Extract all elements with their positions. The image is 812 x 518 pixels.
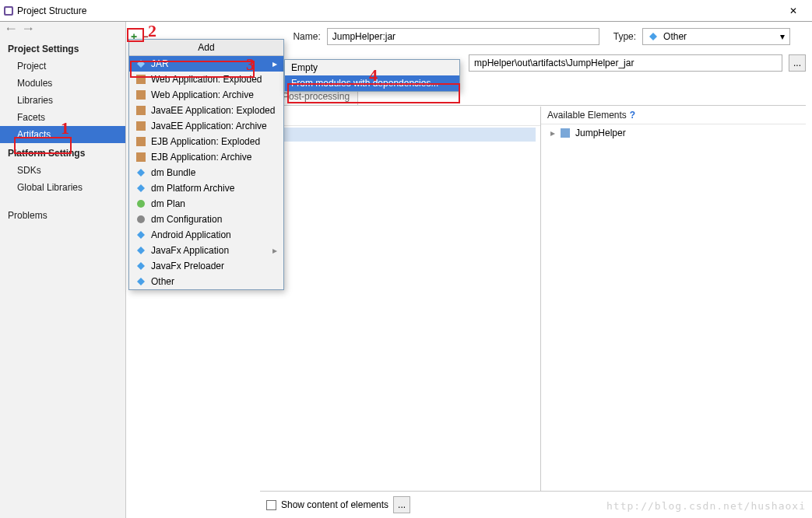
show-content-label: Show content of elements xyxy=(281,499,388,510)
add-popup-title: Add xyxy=(129,40,283,56)
popup-item-label: dm Configuration xyxy=(151,214,222,225)
svg-rect-10 xyxy=(561,128,570,138)
submenu-item-label: From modules with dependencies... xyxy=(291,78,438,89)
svg-marker-22 xyxy=(137,231,145,239)
popup-item-label: EJB Application: Archive xyxy=(151,152,251,163)
back-icon[interactable]: ⭠ xyxy=(6,24,16,35)
popup-item-ejb-archive[interactable]: EJB Application: Archive xyxy=(129,149,283,165)
section-platform-settings: Platform Settings xyxy=(0,143,125,162)
nav-arrows: ⭠ ⭢ xyxy=(0,23,125,39)
gear-icon xyxy=(135,214,146,225)
chevron-down-icon: ▾ xyxy=(780,31,785,42)
popup-item-android[interactable]: Android Application xyxy=(129,227,283,243)
submenu-item-label: Empty xyxy=(291,62,318,73)
diamond-icon xyxy=(135,261,146,271)
submenu-item-from-modules[interactable]: From modules with dependencies... xyxy=(285,75,459,91)
popup-item-dm-plan[interactable]: dm Plan xyxy=(129,196,283,212)
popup-item-dm-bundle[interactable]: dm Bundle xyxy=(129,165,283,180)
diamond-icon xyxy=(135,183,146,194)
popup-item-label: dm Plan xyxy=(151,198,185,209)
svg-marker-2 xyxy=(649,33,657,40)
forward-icon[interactable]: ⭢ xyxy=(23,24,33,35)
popup-item-web-exploded[interactable]: Web Application: Exploded xyxy=(129,72,283,87)
popup-item-web-archive[interactable]: Web Application: Archive xyxy=(129,87,283,103)
sidebar-item-project[interactable]: Project xyxy=(0,58,125,75)
popup-item-label: Android Application xyxy=(151,229,231,240)
popup-item-label: EJB Application: Exploded xyxy=(151,136,260,147)
available-element-label: JumpHelper xyxy=(575,128,626,138)
svg-marker-24 xyxy=(137,262,145,270)
available-elements-pane: Available Elements ? ▸ JumpHelper xyxy=(541,107,806,491)
archive-icon xyxy=(135,105,146,116)
archive-icon xyxy=(135,121,146,131)
popup-item-label: Web Application: Exploded xyxy=(151,74,262,85)
sidebar-item-libraries[interactable]: Libraries xyxy=(0,92,125,109)
svg-marker-11 xyxy=(137,60,145,68)
svg-rect-17 xyxy=(136,152,146,162)
popup-item-javafx-app[interactable]: JavaFx Application▸ xyxy=(129,243,283,258)
sidebar-item-modules[interactable]: Modules xyxy=(0,75,125,92)
popup-item-other[interactable]: Other xyxy=(129,274,283,289)
svg-rect-12 xyxy=(136,75,146,84)
app-icon xyxy=(3,5,14,16)
popup-item-label: JavaFx Application xyxy=(151,245,229,256)
popup-item-dm-config[interactable]: dm Configuration xyxy=(129,212,283,227)
add-popup: Add JAR ▸ Web Application: Exploded Web … xyxy=(128,39,284,290)
popup-item-javaee-exploded[interactable]: JavaEE Application: Exploded xyxy=(129,103,283,118)
popup-item-label: JavaEE Application: Exploded xyxy=(151,105,275,116)
popup-item-jar[interactable]: JAR ▸ xyxy=(129,56,283,72)
sidebar-item-sdks[interactable]: SDKs xyxy=(0,162,125,179)
show-content-checkbox[interactable] xyxy=(266,500,276,510)
svg-rect-15 xyxy=(136,121,146,131)
diamond-icon xyxy=(135,58,146,69)
available-element-row[interactable]: ▸ JumpHelper xyxy=(546,126,801,140)
popup-item-label: dm Bundle xyxy=(151,167,195,178)
popup-item-label: JavaFx Preloader xyxy=(151,261,224,271)
sidebar-item-problems[interactable]: Problems xyxy=(0,207,125,224)
available-elements-title: Available Elements xyxy=(547,110,627,121)
archive-icon xyxy=(135,74,146,85)
diamond-icon xyxy=(135,167,146,178)
svg-marker-25 xyxy=(137,278,145,285)
help-icon[interactable]: ? xyxy=(630,110,635,121)
popup-item-dm-platform[interactable]: dm Platform Archive xyxy=(129,180,283,196)
footer-browse-button[interactable]: ... xyxy=(393,496,410,513)
type-select[interactable]: Other ▾ xyxy=(642,28,790,45)
output-path-input[interactable] xyxy=(469,54,782,72)
type-value: Other xyxy=(663,31,687,42)
diamond-icon xyxy=(648,31,659,42)
section-project-settings: Project Settings xyxy=(0,39,125,58)
svg-point-21 xyxy=(137,215,145,223)
circle-icon xyxy=(135,198,146,209)
archive-icon xyxy=(135,89,146,100)
svg-marker-18 xyxy=(137,169,145,177)
popup-item-label: JAR xyxy=(151,58,169,69)
diamond-icon xyxy=(135,229,146,240)
window-title: Project Structure xyxy=(14,5,778,16)
sidebar-item-artifacts[interactable]: Artifacts xyxy=(0,126,125,143)
popup-item-label: dm Platform Archive xyxy=(151,183,234,194)
sidebar-item-facets[interactable]: Facets xyxy=(0,109,125,126)
svg-point-20 xyxy=(137,200,145,208)
svg-rect-16 xyxy=(136,137,146,146)
popup-item-label: Other xyxy=(151,276,174,287)
name-input[interactable] xyxy=(327,28,599,45)
popup-item-label: Web Application: Archive xyxy=(151,89,254,100)
sidebar: ⭠ ⭢ Project Settings Project Modules Lib… xyxy=(0,22,126,518)
close-button[interactable]: ✕ xyxy=(778,1,809,21)
archive-icon xyxy=(135,152,146,163)
submenu-arrow-icon: ▸ xyxy=(272,58,277,69)
svg-marker-23 xyxy=(137,247,145,254)
submenu-item-empty[interactable]: Empty xyxy=(285,60,459,75)
expand-icon[interactable]: ▸ xyxy=(550,128,555,138)
browse-button[interactable]: ... xyxy=(789,54,806,72)
diamond-icon xyxy=(135,245,146,256)
sidebar-item-global-libraries[interactable]: Global Libraries xyxy=(0,179,125,196)
submenu-arrow-icon: ▸ xyxy=(272,245,277,256)
svg-marker-19 xyxy=(137,184,145,192)
popup-item-javafx-preloader[interactable]: JavaFx Preloader xyxy=(129,258,283,274)
svg-rect-14 xyxy=(136,106,146,115)
popup-item-ejb-exploded[interactable]: EJB Application: Exploded xyxy=(129,134,283,149)
diamond-icon xyxy=(135,276,146,287)
popup-item-javaee-archive[interactable]: JavaEE Application: Archive xyxy=(129,118,283,134)
